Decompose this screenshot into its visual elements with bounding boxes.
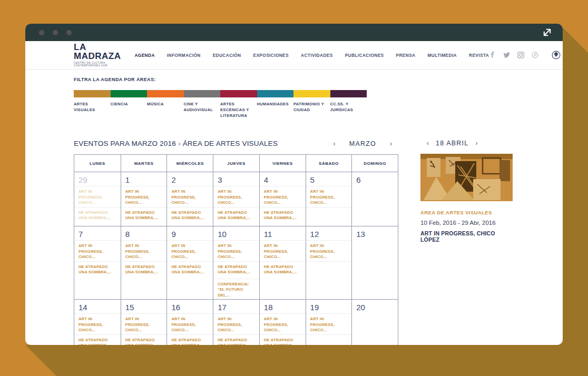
nav-item-educacion[interactable]: EDUCACIÓN [213,53,241,58]
site-logo-subtitle: CENTRO DE CULTURA CONTEMPORÁNEA UGR [74,62,121,67]
area-filter-cine-y-audiovisual[interactable] [184,90,221,97]
expand-icon[interactable] [542,27,552,37]
calendar-day-2: 2ART IN PROGRESS, CHICO...HE ATRAPADO UN… [166,172,213,226]
calendar-event[interactable]: ART IN PROGRESS, CHICO... [121,313,167,334]
event-dates: 10 Feb, 2016 - 29 Abr, 2016 [420,220,513,226]
calendar-event[interactable]: ART IN PROGRESS, CHICO... [167,313,213,334]
area-filter-patrimonio-y-ciudad[interactable] [293,90,330,97]
page-title: EVENTOS PARA MARZO 2016›ÁREA DE ARTES VI… [74,140,278,147]
window-control-dot-3[interactable] [66,30,72,35]
calendar-event[interactable]: ART IN PROGRESS, CHICO... [306,240,352,261]
site-logo[interactable]: LA MADRAZA CENTRO DE CULTURA CONTEMPORÁN… [74,43,121,67]
calendar-day-1: 1ART IN PROGRESS, CHICO...HE ATRAPADO UN… [121,172,167,226]
facebook-icon[interactable] [489,52,496,58]
area-filter-label-artes-visuales[interactable]: ARTES VISUALES [74,101,111,118]
weekday-martes: MARTES [121,155,167,172]
calendar-event[interactable]: ART IN PROGRESS, CHICO... [306,186,352,207]
calendar-event[interactable]: CONFERENCIA: "EL FUTURO DEL... [213,279,259,300]
window-control-dot-2[interactable] [53,30,58,35]
calendar-event[interactable]: ART IN PROGRESS, CHICO... [260,313,306,334]
event-title[interactable]: ART IN PROGRESS, CHICO LÓPEZ [420,230,513,243]
day-number: 20 [352,300,398,313]
calendar-event[interactable]: HE ATRAPADO UNA SOMBRA,... [260,334,306,345]
calendar-event[interactable]: HE ATRAPADO UNA SOMBRA,... [213,334,259,345]
day-number: 9 [167,226,213,240]
calendar-event[interactable]: HE ATRAPADO UNA SOMBRA,... [74,334,121,345]
area-filter-label-ciencia[interactable]: CIENCIA [111,101,148,118]
ugr-logo[interactable]: ugr Universidad de Granada [552,51,563,60]
area-filter-artes-escenicas-y-literatura[interactable] [220,90,257,97]
ugr-crest-icon [552,51,561,60]
nav-item-multimedia[interactable]: MULTIMEDIA [428,53,457,58]
calendar-event[interactable]: ART IN PROGRESS, CHICO... [74,186,121,207]
nav-item-agenda[interactable]: AGENDA [134,53,154,58]
prev-day-button[interactable]: ‹ [427,140,429,147]
calendar-event[interactable]: ART IN PROGRESS, CHICO... [121,186,167,207]
calendar-day-5: 5ART IN PROGRESS, CHICO... [306,172,352,226]
calendar-event[interactable]: ART IN PROGRESS, CHICO... [213,313,259,334]
area-filter-label-cine-y-audiovisual[interactable]: CINE Y AUDIOVISUAL [184,101,221,118]
event-image[interactable] [420,154,513,201]
window-control-dot-1[interactable] [39,30,44,35]
prev-month-button[interactable]: ‹ [334,140,336,147]
nav-item-publicaciones[interactable]: PUBLICACIONES [345,53,384,58]
calendar-event[interactable]: HE ATRAPADO UNA SOMBRA,... [121,334,167,345]
calendar-event[interactable]: ART IN PROGRESS, CHICO... [306,313,352,334]
calendar-event[interactable]: ART IN PROGRESS, CHICO... [260,186,306,207]
calendar-event[interactable]: HE ATRAPADO UNA SOMBRA,... [213,207,259,224]
calendar-event[interactable]: HE ATRAPADO UNA SOMBRA,... [213,261,259,279]
area-filter-humanidades[interactable] [257,90,294,97]
calendar-event[interactable]: HE ATRAPADO UNA SOMBRA,... [260,207,306,224]
nav-item-actividades[interactable]: ACTIVIDADES [301,53,333,58]
area-filter-artes-visuales[interactable] [74,90,111,97]
calendar-event[interactable]: HE ATRAPADO UNA SOMBRA,... [74,261,121,279]
nav-item-revista[interactable]: REVISTA [469,53,489,58]
calendar-event[interactable]: ART IN PROGRESS, CHICO... [167,186,213,207]
calendar-table: LUNESMARTESMIÉRCOLESJUEVESVIERNESSÁBADOD… [74,154,398,345]
day-number: 3 [213,172,259,186]
twitter-icon[interactable] [503,52,510,58]
area-filter-musica[interactable] [147,90,184,97]
next-month-button[interactable]: › [390,140,392,147]
browser-titlebar [25,24,563,41]
calendar-body: 29ART IN PROGRESS, CHICO...HE ATRAPADO U… [74,172,398,345]
day-number: 11 [260,226,306,240]
weekday-sabado: SÁBADO [306,155,352,172]
calendar-day-14: 14ART IN PROGRESS, CHICO...HE ATRAPADO U… [74,300,121,345]
nav-item-exposiciones[interactable]: EXPOSICIONES [253,53,289,58]
nav-item-prensa[interactable]: PRENSA [396,53,416,58]
area-filter-label-musica[interactable]: MÚSICA [147,101,184,118]
calendar-event[interactable]: ART IN PROGRESS, CHICO... [213,240,259,261]
calendar-event[interactable]: ART IN PROGRESS, CHICO... [213,186,259,207]
next-day-button[interactable]: › [475,140,477,147]
instagram-icon[interactable] [517,52,524,58]
calendar-event[interactable]: HE ATRAPADO UNA SOMBRA,... [260,261,306,279]
calendar-event[interactable]: ART IN PROGRESS, CHICO... [74,313,121,334]
event-area-label[interactable]: ÁREA DE ARTES VISUALES [420,210,513,215]
calendar-event[interactable]: HE ATRAPADO UNA SOMBRA,... [167,334,213,345]
area-filter-ciencia[interactable] [111,90,148,97]
calendar-event[interactable]: ART IN PROGRESS, CHICO... [260,240,306,261]
calendar-event[interactable]: ART IN PROGRESS, CHICO... [167,240,213,261]
day-number: 5 [306,172,352,186]
calendar-event[interactable]: HE ATRAPADO UNA SOMBRA,... [74,207,121,224]
calendar-week-3: 14ART IN PROGRESS, CHICO...HE ATRAPADO U… [74,299,398,345]
pinterest-icon[interactable] [532,52,538,58]
area-filter-label-cc-ss-y-juridicas[interactable]: CC.SS. Y JURÍDICAS [330,101,367,118]
calendar-event[interactable]: HE ATRAPADO UNA SOMBRA,... [167,261,213,279]
page-title-prefix: EVENTOS PARA MARZO 2016 [74,140,176,147]
area-filter-label-patrimonio-y-ciudad[interactable]: PATRIMONIO Y CIUDAD [293,101,330,118]
calendar-event[interactable]: ART IN PROGRESS, CHICO... [121,240,167,261]
calendar-event[interactable]: HE ATRAPADO UNA SOMBRA,... [121,207,167,224]
area-color-bar [74,90,367,97]
area-filter-label-artes-escenicas-y-literatura[interactable]: ARTES ESCÉNICAS Y LITERATURA [220,101,257,118]
main-nav: AGENDAINFORMACIÓNEDUCACIÓNEXPOSICIONESAC… [134,53,489,58]
calendar-event[interactable]: ART IN PROGRESS, CHICO... [74,240,121,261]
nav-item-informacion[interactable]: INFORMACIÓN [167,53,201,58]
calendar-event[interactable]: HE ATRAPADO UNA SOMBRA,... [121,261,167,279]
social-icons [489,52,538,58]
area-filter-label-humanidades[interactable]: HUMANIDADES [257,101,294,118]
area-filter-cc-ss-y-juridicas[interactable] [330,90,367,97]
empty-event-slot [306,334,352,345]
calendar-event[interactable]: HE ATRAPADO UNA SOMBRA,... [167,207,213,224]
